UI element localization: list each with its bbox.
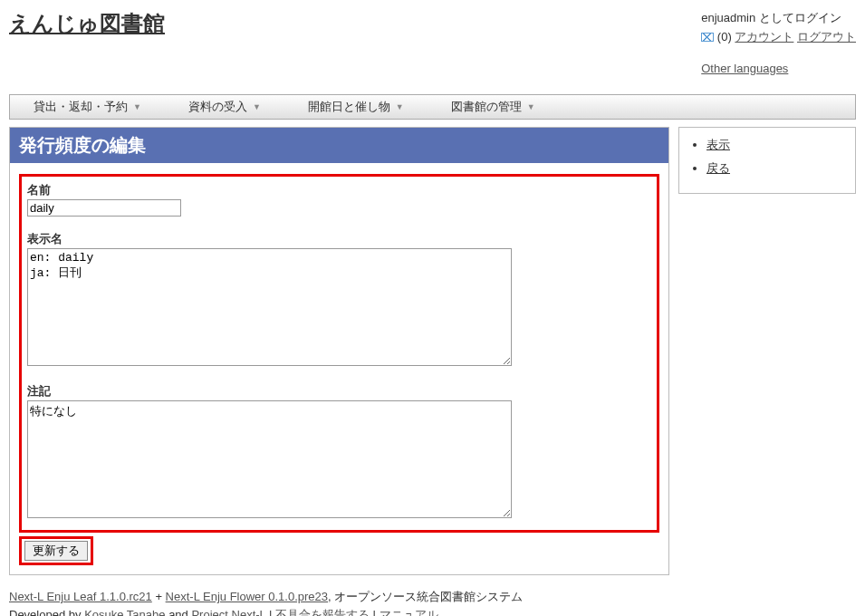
list-item: 表示 [706, 137, 848, 153]
note-textarea[interactable] [27, 400, 512, 518]
name-input[interactable] [27, 199, 181, 217]
logout-link[interactable]: ログアウト [797, 30, 856, 43]
form-area: 名前 表示名 注記 [19, 174, 659, 533]
chevron-down-icon: ▼ [396, 102, 404, 111]
menu-admin[interactable]: 図書館の管理 ▼ [428, 99, 559, 115]
mail-count: (0) [717, 30, 732, 43]
menu-acquisition[interactable]: 資料の受入 ▼ [165, 99, 284, 115]
account-link[interactable]: アカウント [735, 30, 793, 43]
menubar: 貸出・返却・予約 ▼ 資料の受入 ▼ 開館日と催し物 ▼ 図書館の管理 ▼ [9, 94, 856, 120]
developer-link[interactable]: Kosuke Tanabe [84, 608, 165, 616]
enju-flower-link[interactable]: Next-L Enju Flower 0.1.0.pre23 [166, 590, 328, 603]
chevron-down-icon: ▼ [527, 102, 535, 111]
user-area: enjuadmin としてログイン (0) アカウント ログアウト Other … [701, 9, 856, 78]
note-label: 注記 [27, 383, 651, 399]
display-name-label: 表示名 [27, 231, 651, 247]
display-name-textarea[interactable] [27, 248, 512, 366]
menu-events[interactable]: 開館日と催し物 ▼ [284, 99, 428, 115]
side-panel: 表示 戻る [678, 127, 856, 194]
project-link[interactable]: Project Next-L [191, 608, 265, 616]
submit-highlight: 更新する [19, 536, 93, 565]
report-bug-link[interactable]: 不具合を報告する [275, 608, 370, 616]
name-label: 名前 [27, 182, 651, 198]
mail-icon[interactable] [701, 33, 714, 42]
main-panel: 発行頻度の編集 名前 表示名 注記 更新する [9, 127, 669, 575]
submit-button[interactable]: 更新する [24, 541, 88, 561]
menu-checkout[interactable]: 貸出・返却・予約 ▼ [10, 99, 165, 115]
chevron-down-icon: ▼ [133, 102, 141, 111]
sidebar-show-link[interactable]: 表示 [706, 138, 730, 151]
list-item: 戻る [706, 160, 848, 177]
site-title-link[interactable]: えんじゅ図書館 [9, 11, 165, 35]
sidebar-back-link[interactable]: 戻る [706, 161, 730, 175]
manual-link[interactable]: マニュアル [380, 608, 438, 616]
chevron-down-icon: ▼ [253, 102, 261, 111]
login-status: enjuadmin としてログイン [701, 9, 856, 28]
enju-leaf-link[interactable]: Next-L Enju Leaf 1.1.0.rc21 [9, 590, 152, 603]
footer: Next-L Enju Leaf 1.1.0.rc21 + Next-L Enj… [9, 588, 856, 616]
other-languages-link[interactable]: Other languages [701, 62, 788, 75]
panel-title: 発行頻度の編集 [10, 128, 668, 163]
